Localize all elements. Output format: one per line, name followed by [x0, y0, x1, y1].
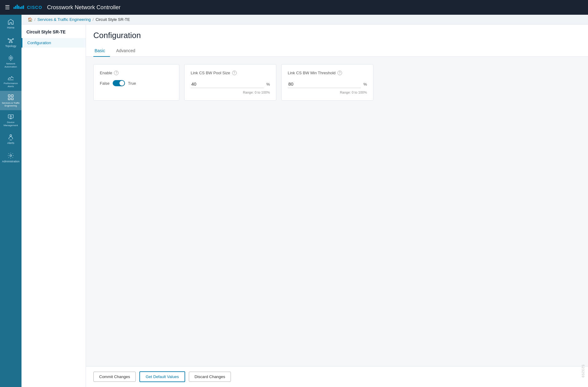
svg-line-13	[11, 40, 12, 40]
sidebar-label-services: Services & Traffic Engineering	[1, 102, 20, 107]
enable-label: Enable ?	[100, 71, 173, 75]
min-threshold-input[interactable]	[288, 80, 361, 88]
toggle-row: False True	[100, 80, 173, 86]
sidebar-label-device: Device Management	[1, 121, 20, 127]
panel-footer: Commit Changes Get Default Values Discar…	[86, 366, 588, 387]
breadcrumb-services-link[interactable]: Services & Traffic Engineering	[37, 17, 91, 22]
left-panel: Circuit Style SR-TE Configuration	[21, 25, 86, 387]
svg-point-17	[9, 56, 13, 60]
svg-point-11	[11, 42, 13, 43]
sidebar-item-device-management[interactable]: Device Management	[0, 110, 21, 130]
panel-body: Enable ? False True	[86, 57, 588, 366]
pool-size-help-icon[interactable]: ?	[232, 71, 237, 75]
sidebar: Home Topology	[0, 15, 21, 387]
sidebar-item-alerts[interactable]: Alerts	[0, 130, 21, 149]
tabs-bar: Basic Advanced	[86, 45, 588, 57]
pool-size-input[interactable]	[191, 80, 264, 88]
min-threshold-range: Range: 0 to 100%	[288, 91, 367, 94]
pool-size-unit: %	[266, 82, 270, 87]
svg-point-10	[9, 42, 10, 43]
svg-rect-4	[20, 7, 21, 9]
sidebar-item-topology[interactable]: Topology	[0, 33, 21, 52]
home-icon	[7, 18, 14, 25]
top-header: ☰ CISCO Crosswork Network Controller	[0, 0, 588, 15]
commit-changes-button[interactable]: Commit Changes	[93, 372, 136, 382]
alerts-icon	[7, 134, 14, 141]
sidebar-item-administration[interactable]: Administration	[0, 149, 21, 167]
sidebar-label-automation: Network Automation	[1, 62, 20, 68]
sidebar-item-home[interactable]: Home	[0, 15, 21, 33]
automation-icon	[7, 55, 14, 61]
svg-point-28	[10, 116, 12, 117]
toggle-true-label: True	[128, 81, 136, 86]
sidebar-label-perf: Performance Alerts	[1, 82, 20, 88]
toggle-thumb	[119, 81, 124, 86]
sidebar-item-network-automation[interactable]: Network Automation	[0, 52, 21, 71]
sidebar-item-services[interactable]: Services & Traffic Engineering	[0, 91, 21, 110]
toggle-false-label: False	[100, 81, 110, 86]
device-icon	[7, 113, 14, 120]
sidebar-item-performance-alerts[interactable]: Performance Alerts	[0, 71, 21, 91]
performance-icon	[7, 74, 14, 81]
services-icon	[7, 94, 14, 101]
svg-line-15	[11, 41, 11, 41]
cisco-wordmark: CISCO	[27, 5, 42, 10]
main-panel: Configuration Basic Advanced Enable ?	[86, 25, 588, 387]
svg-rect-5	[21, 6, 22, 9]
min-threshold-card: Link CS BW Min Threshold ? % Range: 0 to…	[281, 64, 373, 101]
svg-point-31	[10, 155, 12, 157]
tab-basic[interactable]: Basic	[93, 45, 110, 57]
cisco-logo: CISCO	[14, 3, 42, 11]
enable-toggle[interactable]	[113, 80, 125, 86]
svg-rect-0	[14, 7, 15, 9]
enable-card: Enable ? False True	[93, 64, 179, 101]
pool-size-label: Link CS BW Pool Size ?	[191, 71, 270, 75]
breadcrumb-sep-2: /	[93, 17, 94, 22]
svg-point-29	[10, 134, 12, 136]
breadcrumb-sep-1: /	[34, 17, 36, 22]
pool-size-range: Range: 0 to 100%	[191, 91, 270, 94]
svg-rect-2	[17, 5, 18, 9]
app-title: Crosswork Network Controller	[47, 4, 120, 11]
left-panel-title: Circuit Style SR-TE	[21, 29, 86, 38]
svg-rect-3	[18, 6, 19, 9]
cisco-logo-svg	[14, 3, 25, 11]
page-header: Configuration	[86, 25, 588, 45]
sidebar-label-home: Home	[7, 26, 14, 29]
svg-rect-1	[15, 6, 16, 9]
sidebar-label-admin: Administration	[2, 160, 19, 163]
svg-rect-21	[8, 95, 10, 97]
svg-rect-6	[23, 6, 24, 9]
svg-rect-25	[8, 115, 14, 118]
min-threshold-input-row: %	[288, 80, 367, 88]
min-threshold-help-icon[interactable]: ?	[337, 71, 342, 75]
breadcrumb-home-icon[interactable]: 🏠	[28, 17, 33, 22]
discard-changes-button[interactable]: Discard Changes	[189, 372, 231, 382]
admin-icon	[7, 152, 14, 159]
breadcrumb: 🏠 / Services & Traffic Engineering / Cir…	[21, 15, 588, 25]
svg-rect-24	[11, 98, 13, 100]
min-threshold-label: Link CS BW Min Threshold ?	[288, 71, 367, 75]
sidebar-label-alerts: Alerts	[7, 141, 14, 145]
menu-icon[interactable]: ☰	[5, 4, 10, 11]
cards-row: Enable ? False True	[93, 64, 581, 101]
sidebar-label-topology: Topology	[5, 45, 16, 48]
min-threshold-unit: %	[363, 82, 367, 87]
left-nav-configuration[interactable]: Configuration	[21, 38, 86, 48]
pool-size-card: Link CS BW Pool Size ? % Range: 0 to 100…	[184, 64, 276, 101]
content-area: 🏠 / Services & Traffic Engineering / Cir…	[21, 15, 588, 387]
breadcrumb-current: Circuit Style SR-TE	[95, 17, 130, 22]
pool-size-input-row: %	[191, 80, 270, 88]
page-title: Configuration	[93, 31, 581, 40]
svg-point-8	[8, 39, 9, 40]
watermark: 523259	[581, 365, 585, 378]
svg-line-14	[10, 41, 10, 41]
svg-rect-22	[11, 95, 13, 97]
tab-advanced[interactable]: Advanced	[115, 45, 140, 57]
svg-point-16	[10, 57, 12, 59]
toggle-track	[113, 80, 125, 86]
enable-help-icon[interactable]: ?	[114, 71, 119, 75]
topology-icon	[7, 37, 14, 44]
get-default-values-button[interactable]: Get Default Values	[139, 371, 185, 382]
svg-rect-23	[8, 98, 10, 100]
